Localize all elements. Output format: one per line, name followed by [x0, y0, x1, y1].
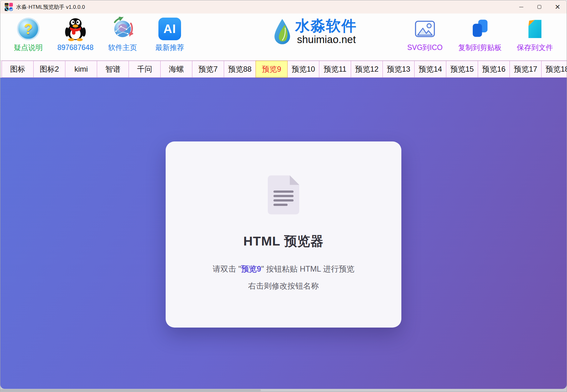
tab-hailuo[interactable]: 海螺 [160, 61, 192, 78]
copy-to-clipboard-button[interactable]: 复制到剪贴板 [455, 16, 505, 51]
tab-preview88[interactable]: 预览88 [224, 61, 256, 78]
close-button[interactable]: × [548, 0, 567, 14]
minimize-button[interactable] [512, 0, 530, 14]
titlebar: 水淼·HTML预览助手 v1.0.0.0 × [0, 0, 567, 14]
qq-penguin-icon [63, 17, 88, 41]
tab-preview13[interactable]: 预览13 [383, 61, 415, 78]
copy-label: 复制到剪贴板 [458, 44, 502, 51]
preview-area: HTML 预览器 请双击 "预览9" 按钮粘贴 HTML 进行预览 右击则修改按… [0, 78, 567, 392]
close-icon: × [555, 3, 560, 11]
copy-icon [469, 18, 491, 40]
water-drop-icon [272, 18, 292, 45]
tab-preview11[interactable]: 预览11 [319, 61, 351, 78]
tab-preview9-active[interactable]: 预览9 [256, 61, 288, 78]
tab-icon[interactable]: 图标 [2, 61, 34, 78]
tab-preview7[interactable]: 预览7 [192, 61, 224, 78]
app-icon [5, 3, 13, 11]
document-icon [268, 175, 299, 214]
card-instruction-1: 请双击 "预览9" 按钮粘贴 HTML 进行预览 [212, 264, 355, 274]
preview-canvas: HTML 预览器 请双击 "预览9" 按钮粘贴 HTML 进行预览 右击则修改按… [0, 78, 567, 389]
tab-qianwen[interactable]: 千问 [129, 61, 161, 78]
tab-preview16[interactable]: 预览16 [478, 61, 510, 78]
tab-preview17[interactable]: 预览17 [509, 61, 542, 78]
save-to-file-button[interactable]: 保存到文件 [511, 16, 559, 51]
maximize-icon [537, 5, 541, 9]
ai-badge-icon: AI [158, 18, 181, 40]
tab-preview15[interactable]: 预览15 [446, 61, 478, 78]
tab-icon2[interactable]: 图标2 [33, 61, 65, 78]
app-window: 水淼·HTML预览助手 v1.0.0.0 × ? 疑点说明 [0, 0, 567, 392]
question-ball-icon: ? [17, 18, 40, 40]
toolbar: ? 疑点说明 [0, 14, 567, 61]
card-instruction-2: 右击则修改按钮名称 [248, 281, 319, 291]
window-controls: × [512, 0, 567, 14]
help-label: 疑点说明 [14, 44, 43, 51]
minimize-icon [519, 7, 523, 7]
image-icon [414, 19, 436, 39]
brand-logo: 水淼软件 shuimiao.net [272, 17, 357, 45]
horizontal-scrollbar[interactable] [0, 389, 567, 392]
save-file-icon [525, 18, 545, 40]
save-label: 保存到文件 [517, 44, 553, 51]
brand-domain: shuimiao.net [297, 34, 357, 45]
recommend-button[interactable]: AI 最新推荐 [149, 16, 190, 51]
recommend-label: 最新推荐 [155, 44, 184, 51]
window-title: 水淼·HTML预览助手 v1.0.0.0 [16, 3, 85, 11]
card-title: HTML 预览器 [243, 233, 324, 250]
preview-placeholder-card: HTML 预览器 请双击 "预览9" 按钮粘贴 HTML 进行预览 右击则修改按… [166, 141, 401, 328]
tab-preview18[interactable]: 预览18 [541, 61, 567, 78]
tab-preview14[interactable]: 预览14 [414, 61, 446, 78]
svg-to-ico-label: SVG到ICO [407, 44, 443, 51]
maximize-button[interactable] [530, 0, 548, 14]
highlighted-tab-name: 预览9 [241, 264, 261, 273]
tab-preview10[interactable]: 预览10 [287, 61, 319, 78]
scrollbar-thumb[interactable] [0, 389, 261, 391]
homepage-label: 软件主页 [108, 44, 137, 51]
tab-preview12[interactable]: 预览12 [351, 61, 383, 78]
globe-network-icon [110, 16, 135, 41]
svg-to-ico-button[interactable]: SVG到ICO [401, 16, 449, 51]
tab-bar: 图标 图标2 kimi 智谱 千问 海螺 预览7 预览88 预览9 预览10 预… [0, 61, 567, 78]
tab-zhipu[interactable]: 智谱 [97, 61, 129, 78]
tab-kimi[interactable]: kimi [65, 61, 97, 78]
qq-contact-button[interactable]: 897687648 [55, 16, 96, 51]
brand-name: 水淼软件 [295, 17, 357, 34]
help-button[interactable]: ? 疑点说明 [8, 16, 49, 51]
homepage-button[interactable]: 软件主页 [102, 16, 143, 51]
qq-number-label: 897687648 [57, 44, 93, 51]
